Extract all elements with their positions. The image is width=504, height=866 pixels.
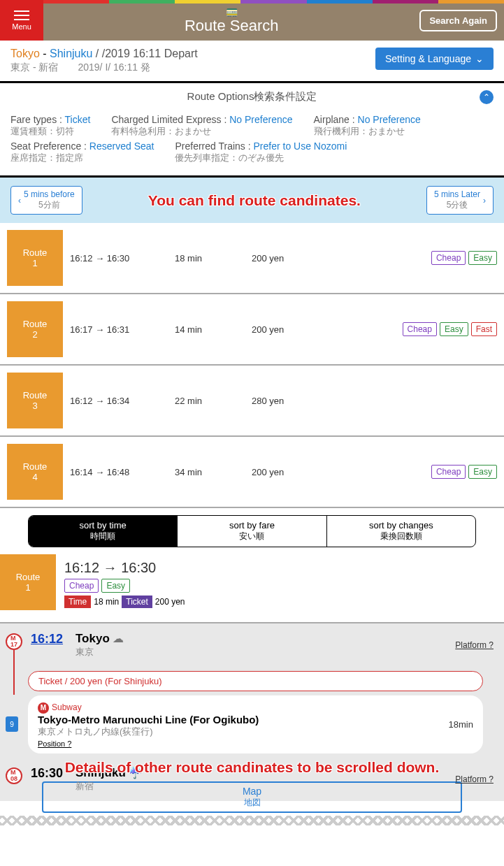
weather-cloud-icon: ☁ xyxy=(113,633,124,644)
route-card[interactable]: Route2 16:17 → 16:3114 min200 yenCheapEa… xyxy=(0,294,504,366)
torn-edge xyxy=(0,816,504,825)
overlay-annotation: You can find route candinates. xyxy=(148,192,361,209)
platform-link[interactable]: Platform ? xyxy=(455,774,494,784)
color-bar xyxy=(43,0,504,3)
segment-duration: 18min xyxy=(449,719,473,730)
cheap-badge: Cheap xyxy=(403,322,437,336)
detail-time-range: 16:12 → 16:30 xyxy=(64,560,185,576)
option-item: Airplane : No Preference飛行機利用：おまかせ xyxy=(314,114,421,138)
search-again-button[interactable]: Search Again xyxy=(419,10,497,31)
cheap-badge: Cheap xyxy=(431,465,466,479)
sort-bar: sort by time時間順sort by fare安い順sort by ch… xyxy=(28,515,476,547)
ticket-info[interactable]: Ticket / 200 yen (For Shinjuku) xyxy=(28,671,483,691)
time-navigation: ‹ 5 mins before5分前 You can find route ca… xyxy=(0,178,504,223)
route-card[interactable]: Route3 16:12 → 16:3422 min280 yen xyxy=(0,366,504,437)
ticket-badge: Ticket xyxy=(122,596,152,608)
cheap-badge: Cheap xyxy=(64,579,99,593)
menu-label: Menu xyxy=(12,22,31,31)
departure-station[interactable]: M 17 16:12 Tokyo ☁ 東京 Platform ? xyxy=(0,623,504,667)
route-number-badge: Route2 xyxy=(7,301,63,357)
depart-datetime: / /2019 16:11 Depart xyxy=(96,48,198,59)
route-card[interactable]: Route1 16:12 → 16:3018 min200 yenCheapEa… xyxy=(0,223,504,294)
station-marker-icon: M 17 xyxy=(6,633,22,650)
route-options-header[interactable]: Route Options検索条件設定 ⌃ xyxy=(0,83,504,110)
destination: Shinjuku xyxy=(50,48,92,59)
route-detail-header: Route 1 16:12 → 16:30 CheapEasy Time 18 … xyxy=(0,554,504,623)
metro-icon: M xyxy=(38,702,49,714)
route-summary: Tokyo - Shinjuku / /2019 16:11 Depart 東京… xyxy=(0,41,504,83)
later-button[interactable]: 5 mins Later5分後 › xyxy=(426,186,494,215)
sort-option[interactable]: sort by fare安い順 xyxy=(178,516,326,547)
easy-badge: Easy xyxy=(101,579,130,593)
duration-marker: 9 xyxy=(6,716,18,732)
origin: Tokyo xyxy=(10,48,40,59)
easy-badge: Easy xyxy=(440,322,468,336)
option-item: Charged Limited Express : No Preference有… xyxy=(111,114,292,138)
route-number-badge: Route1 xyxy=(7,230,63,286)
time-badge: Time xyxy=(64,596,91,608)
station-marker-icon: M 08 xyxy=(6,767,22,784)
route-number-badge: Route4 xyxy=(7,444,63,500)
cheap-badge: Cheap xyxy=(431,251,466,265)
weather-rain-icon: ☔ xyxy=(129,767,143,779)
collapse-icon[interactable]: ⌃ xyxy=(480,90,494,104)
sort-option[interactable]: sort by time時間順 xyxy=(29,516,178,547)
hamburger-icon xyxy=(14,10,29,20)
settings-language-button[interactable]: Setting & Language ⌄ xyxy=(375,48,494,70)
route-number-badge: Route 1 xyxy=(0,554,56,610)
option-item: Seat Preference : Reserved Seat座席指定：指定席 xyxy=(10,140,154,164)
route-card[interactable]: Route4 16:14 → 16:4834 min200 yenCheapEa… xyxy=(0,437,504,508)
header: Menu 🚃 Route Search Search Again xyxy=(0,0,504,41)
train-icon: 🚃 xyxy=(226,6,238,17)
sort-option[interactable]: sort by changes乗換回数順 xyxy=(327,516,475,547)
page-title: 🚃 Route Search xyxy=(43,6,419,35)
platform-link[interactable]: Platform ? xyxy=(455,640,494,650)
fast-badge: Fast xyxy=(471,322,497,336)
earlier-button[interactable]: ‹ 5 mins before5分前 xyxy=(10,186,82,215)
route-list: Route1 16:12 → 16:3018 min200 yenCheapEa… xyxy=(0,223,504,508)
timeline: M 17 16:12 Tokyo ☁ 東京 Platform ? Ticket … xyxy=(0,623,504,801)
option-item: Fare types : Ticket運賃種類：切符 xyxy=(10,114,90,138)
arrival-station[interactable]: M 08 16:30 Shinjuku ☔ 新宿 Platform ? xyxy=(0,758,504,801)
position-link[interactable]: Position ? xyxy=(38,739,449,748)
menu-button[interactable]: Menu xyxy=(0,0,43,41)
line-info[interactable]: MSubway Tokyo-Metro Marunouchi Line (For… xyxy=(28,695,483,753)
chevron-right-icon: › xyxy=(483,196,486,205)
route-number-badge: Route3 xyxy=(7,373,63,428)
departure-time: 16:12 xyxy=(31,632,67,647)
arrival-time: 16:30 xyxy=(31,766,67,781)
easy-badge: Easy xyxy=(468,465,497,479)
option-item: Preferred Trains : Prefer to Use Nozomi優… xyxy=(175,140,347,164)
chevron-left-icon: ‹ xyxy=(18,196,21,205)
easy-badge: Easy xyxy=(468,251,497,265)
chevron-down-icon: ⌄ xyxy=(475,53,484,64)
route-options: Fare types : Ticket運賃種類：切符Charged Limite… xyxy=(0,110,504,178)
